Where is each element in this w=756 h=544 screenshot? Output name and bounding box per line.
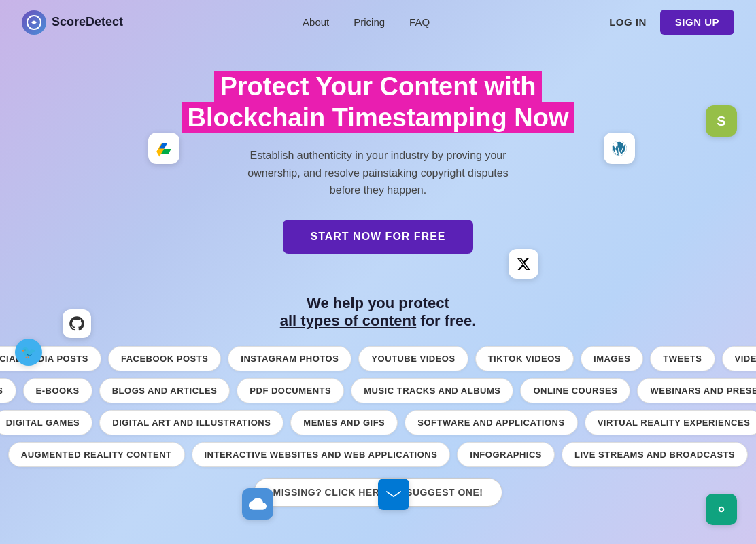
cta-button[interactable]: START NOW FOR FREE	[283, 220, 472, 254]
tag-podcasts[interactable]: PODCASTS	[0, 378, 16, 403]
hero-section: Protect Your Content with Blockchain Tim…	[0, 44, 756, 267]
tag-memes-gifs[interactable]: MEMES AND GIFS	[290, 410, 398, 435]
tag-augmented-reality-content[interactable]: AUGMENTED REALITY CONTENT	[8, 442, 185, 467]
nav-actions: LOG IN SIGN UP	[609, 10, 734, 35]
tag-ebooks[interactable]: E-BOOKS	[23, 378, 92, 403]
tag-webinars-presentations[interactable]: WEBINARS AND PRESENTATIONS	[637, 378, 756, 403]
tag-instagram-photos[interactable]: INSTAGRAM PHOTOS	[228, 346, 351, 371]
tags-row-2: PODCASTS E-BOOKS BLOGS AND ARTICLES PDF …	[0, 378, 756, 403]
tag-facebook-posts[interactable]: FACEBOOK POSTS	[108, 346, 221, 371]
outlook-icon	[378, 479, 409, 510]
logo-area[interactable]: ScoreDetect	[22, 10, 123, 35]
tag-music-tracks-albums[interactable]: MUSIC TRACKS AND ALBUMS	[351, 378, 513, 403]
nav-faq[interactable]: FAQ	[409, 16, 430, 28]
google-drive-icon	[148, 133, 179, 164]
tag-software-applications[interactable]: SOFTWARE AND APPLICATIONS	[405, 410, 577, 435]
tag-digital-art-illustrations[interactable]: DIGITAL ART AND ILLUSTRATIONS	[99, 410, 284, 435]
tags-row-4: AUGMENTED REALITY CONTENT INTERACTIVE WE…	[8, 442, 748, 467]
hero-title: Protect Your Content with Blockchain Tim…	[14, 71, 742, 133]
tag-tiktok-videos[interactable]: TIKTOK VIDEOS	[475, 346, 574, 371]
tag-online-courses[interactable]: ONLINE COURSES	[520, 378, 630, 403]
logo-icon	[22, 10, 46, 35]
shopify-icon: S	[706, 105, 737, 137]
tags-row-3: DIGITAL GAMES DIGITAL ART AND ILLUSTRATI…	[0, 410, 756, 435]
tag-live-streams-broadcasts[interactable]: LIVE STREAMS AND BROADCASTS	[562, 442, 748, 467]
svg-rect-2	[386, 488, 401, 500]
tag-blogs-articles[interactable]: BLOGS AND ARTICLES	[99, 378, 230, 403]
twitter-x-icon	[509, 249, 538, 279]
section-heading: We help you protect all types of content…	[0, 294, 756, 330]
nav-links: About Pricing FAQ	[303, 16, 430, 28]
nav-pricing[interactable]: Pricing	[354, 16, 385, 28]
tag-videos[interactable]: VIDEOS	[722, 346, 757, 371]
hero-title-line1: Protect Your Content with	[214, 71, 541, 102]
hero-title-line2: Blockchain Timestamping Now	[182, 102, 574, 133]
logo-text: ScoreDetect	[52, 15, 123, 29]
twitter-bird-icon: 🐦	[15, 339, 42, 366]
chatgpt-icon	[706, 494, 737, 525]
login-button[interactable]: LOG IN	[609, 16, 647, 28]
wordpress-icon	[604, 133, 635, 164]
hero-subtitle: Establish authenticity in your industry …	[235, 147, 521, 199]
tag-interactive-websites[interactable]: INTERACTIVE WEBSITES AND WEB APPLICATION…	[192, 442, 451, 467]
svg-point-3	[714, 502, 729, 517]
icloud-icon	[242, 488, 273, 520]
tag-images[interactable]: IMAGES	[581, 346, 643, 371]
tag-digital-games[interactable]: DIGITAL GAMES	[0, 410, 92, 435]
tag-pdf-documents[interactable]: PDF DOCUMENTS	[237, 378, 344, 403]
navbar: ScoreDetect About Pricing FAQ LOG IN SIG…	[0, 0, 756, 44]
signup-button[interactable]: SIGN UP	[660, 10, 734, 35]
tag-tweets[interactable]: TWEETS	[650, 346, 715, 371]
github-icon	[63, 309, 91, 338]
tag-virtual-reality-experiences[interactable]: VIRTUAL REALITY EXPERIENCES	[585, 410, 756, 435]
section-heading-text: We help you protect all types of content…	[280, 294, 477, 329]
tags-row-1: SOCIAL MEDIA POSTS FACEBOOK POSTS INSTAG…	[0, 346, 756, 371]
tag-infographics[interactable]: INFOGRAPHICS	[457, 442, 555, 467]
tag-youtube-videos[interactable]: YOUTUBE VIDEOS	[358, 346, 468, 371]
nav-about[interactable]: About	[303, 16, 329, 28]
